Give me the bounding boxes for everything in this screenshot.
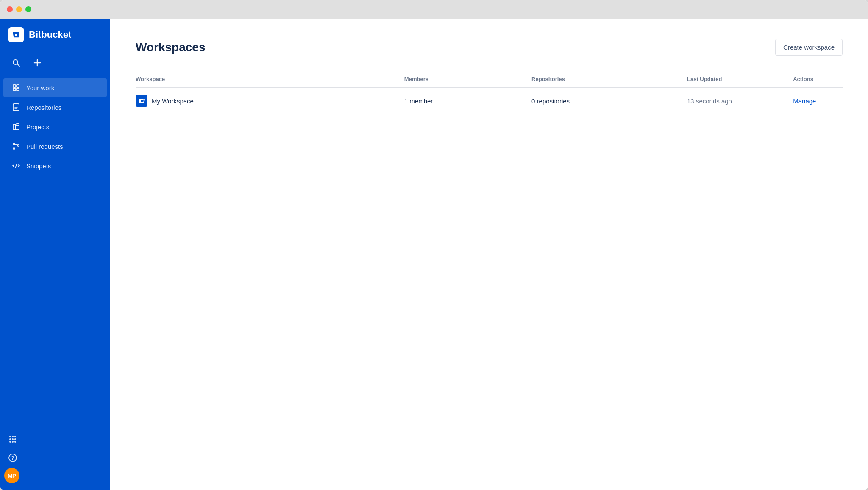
minimize-button[interactable] [16, 6, 22, 12]
svg-point-21 [14, 438, 16, 440]
repositories-cell: 0 repositories [531, 88, 687, 114]
sidebar-brand-label: Bitbucket [29, 29, 71, 40]
sidebar-bottom: ? MP [0, 424, 110, 490]
sidebar-item-pull-requests-label: Pull requests [26, 143, 63, 150]
svg-point-17 [12, 436, 14, 437]
snippets-icon [12, 161, 20, 170]
col-header-actions: Actions [793, 71, 843, 88]
sidebar-nav: Your work Repositories [0, 75, 110, 424]
col-header-members: Members [404, 71, 531, 88]
user-avatar[interactable]: MP [4, 468, 19, 483]
titlebar [0, 0, 868, 19]
svg-rect-5 [17, 85, 19, 87]
create-workspace-button[interactable]: Create workspace [775, 39, 843, 56]
sidebar-item-your-work[interactable]: Your work [3, 78, 107, 97]
main-content: Workspaces Create workspace Workspace Me… [110, 19, 868, 490]
page-header: Workspaces Create workspace [136, 39, 843, 56]
sidebar-icon-row [0, 51, 110, 75]
sidebar-item-projects[interactable]: Projects [3, 117, 107, 136]
svg-text:?: ? [11, 455, 14, 461]
workspaces-table: Workspace Members Repositories Last Upda… [136, 71, 843, 114]
table-header: Workspace Members Repositories Last Upda… [136, 71, 843, 88]
svg-line-1 [17, 64, 19, 66]
last-updated-text: 13 seconds ago [687, 97, 732, 105]
sidebar-item-snippets-label: Snippets [26, 162, 51, 170]
add-button[interactable] [30, 55, 45, 70]
svg-point-16 [9, 436, 11, 437]
traffic-lights [7, 6, 31, 12]
sidebar-header: Bitbucket [0, 19, 110, 51]
page-title: Workspaces [136, 41, 205, 54]
bitbucket-logo-icon [8, 27, 24, 42]
svg-point-23 [12, 441, 14, 443]
members-cell: 1 member [404, 88, 531, 114]
sidebar-item-snippets[interactable]: Snippets [3, 156, 107, 175]
svg-point-20 [12, 438, 14, 440]
svg-rect-7 [17, 88, 19, 91]
table-body: My Workspace 1 member 0 repositories 13 … [136, 88, 843, 114]
workspace-name-label: My Workspace [152, 97, 194, 105]
actions-cell: Manage [793, 88, 843, 114]
svg-rect-6 [13, 88, 16, 91]
search-button[interactable] [8, 55, 24, 70]
col-header-repositories: Repositories [531, 71, 687, 88]
sidebar-item-repositories-label: Repositories [26, 104, 61, 111]
app-body: Bitbucket [0, 19, 868, 490]
svg-point-19 [9, 438, 11, 440]
workspace-cell: My Workspace [136, 88, 404, 114]
svg-point-22 [9, 441, 11, 443]
col-header-last-updated: Last Updated [687, 71, 793, 88]
svg-point-18 [14, 436, 16, 437]
close-button[interactable] [7, 6, 13, 12]
help-button[interactable]: ? [4, 449, 21, 466]
your-work-icon [12, 84, 20, 92]
maximize-button[interactable] [25, 6, 31, 12]
svg-point-24 [14, 441, 16, 443]
manage-link[interactable]: Manage [793, 97, 816, 105]
workspace-name-cell: My Workspace [136, 95, 398, 107]
workspace-avatar-icon [136, 95, 147, 107]
app-window: Bitbucket [0, 0, 868, 490]
col-header-workspace: Workspace [136, 71, 404, 88]
sidebar-item-your-work-label: Your work [26, 84, 54, 92]
projects-icon [12, 122, 20, 131]
sidebar-item-pull-requests[interactable]: Pull requests [3, 137, 107, 156]
table-row: My Workspace 1 member 0 repositories 13 … [136, 88, 843, 114]
last-updated-cell: 13 seconds ago [687, 88, 793, 114]
svg-rect-4 [13, 85, 16, 87]
repositories-icon [12, 103, 20, 111]
apps-grid-button[interactable] [4, 431, 21, 448]
sidebar: Bitbucket [0, 19, 110, 490]
sidebar-item-projects-label: Projects [26, 123, 49, 131]
pull-requests-icon [12, 142, 20, 150]
sidebar-item-repositories[interactable]: Repositories [3, 98, 107, 117]
